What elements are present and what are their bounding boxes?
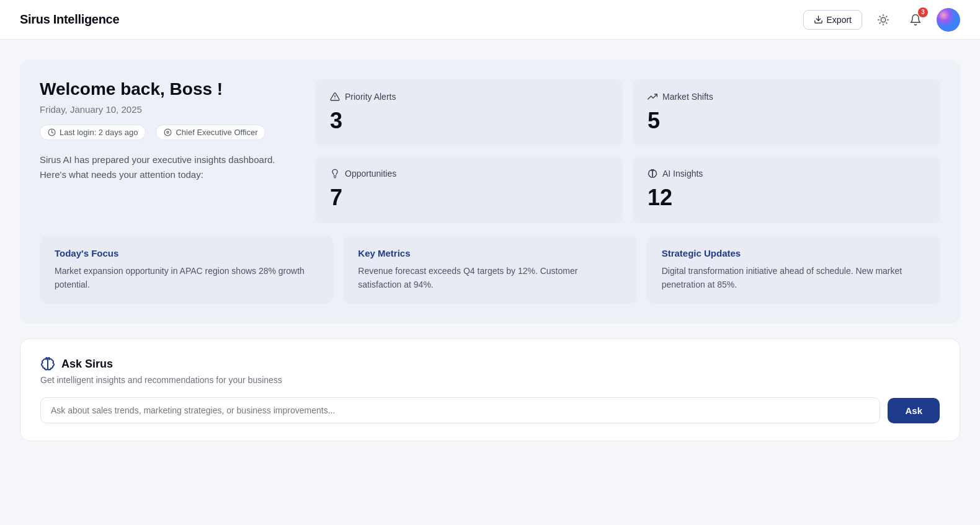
welcome-date: Friday, January 10, 2025: [40, 104, 300, 115]
notifications-button[interactable]: 3: [904, 9, 927, 31]
stat-header-market-shifts: Market Shifts: [648, 92, 925, 102]
svg-point-1: [881, 17, 886, 22]
brain-icon: [648, 169, 657, 179]
focus-title-key-metrics: Key Metrics: [358, 248, 621, 258]
stats-grid: Priority Alerts 3 Market Shifts: [315, 79, 940, 223]
focus-card-strategic-updates: Strategic Updates Digital transformation…: [647, 236, 940, 304]
svg-point-12: [165, 129, 172, 136]
ask-sirus-title: Ask Sirus: [61, 358, 113, 371]
svg-point-10: [937, 8, 960, 32]
welcome-meta: Last login: 2 days ago Chief Executive O…: [40, 125, 300, 140]
sun-icon: [878, 14, 889, 25]
ask-sirus-input[interactable]: [40, 397, 880, 423]
lightbulb-icon: [330, 169, 340, 179]
export-button[interactable]: Export: [803, 10, 862, 30]
stat-label-opportunities: Opportunities: [345, 169, 396, 179]
focus-desc-key-metrics: Revenue forecast exceeds Q4 targets by 1…: [358, 265, 621, 291]
stat-label-priority-alerts: Priority Alerts: [345, 92, 396, 102]
stat-card-priority-alerts[interactable]: Priority Alerts 3: [315, 79, 623, 146]
notification-badge: 3: [918, 7, 928, 17]
svg-line-8: [880, 22, 880, 23]
stat-label-market-shifts: Market Shifts: [662, 92, 713, 102]
focus-desc-strategic-updates: Digital transformation initiative ahead …: [662, 265, 925, 291]
welcome-description: Sirus AI has prepared your executive ins…: [40, 152, 300, 182]
trending-up-icon: [648, 92, 657, 102]
stat-value-priority-alerts: 3: [330, 108, 608, 134]
stat-value-opportunities: 7: [330, 185, 608, 211]
svg-line-9: [886, 16, 887, 17]
logo: Sirus Intelligence: [20, 12, 119, 27]
focus-card-todays-focus: Today's Focus Market expansion opportuni…: [40, 236, 333, 304]
target-icon: [164, 128, 172, 136]
header: Sirus Intelligence Export: [0, 0, 980, 40]
stat-header-priority-alerts: Priority Alerts: [330, 92, 608, 102]
svg-line-4: [880, 16, 880, 17]
stat-header-opportunities: Opportunities: [330, 169, 608, 179]
stat-value-market-shifts: 5: [648, 108, 925, 134]
ask-sirus-header: Ask Sirus: [40, 356, 940, 371]
welcome-card: Welcome back, Boss ! Friday, January 10,…: [20, 60, 960, 324]
welcome-left: Welcome back, Boss ! Friday, January 10,…: [40, 79, 300, 182]
ask-sirus-button[interactable]: Ask: [888, 398, 940, 423]
focus-desc-todays-focus: Market expansion opportunity in APAC reg…: [55, 265, 318, 291]
stat-card-market-shifts[interactable]: Market Shifts 5: [633, 79, 940, 146]
avatar-image: [937, 8, 960, 32]
welcome-title: Welcome back, Boss !: [40, 79, 300, 99]
ask-sirus-input-row: Ask: [40, 397, 940, 423]
stat-card-opportunities[interactable]: Opportunities 7: [315, 156, 623, 223]
focus-card-key-metrics: Key Metrics Revenue forecast exceeds Q4 …: [343, 236, 636, 304]
clock-icon: [48, 128, 56, 136]
header-actions: Export 3: [803, 8, 960, 32]
focus-title-strategic-updates: Strategic Updates: [662, 248, 925, 258]
ask-sirus-subtitle: Get intelligent insights and recommendat…: [40, 375, 940, 385]
focus-row: Today's Focus Market expansion opportuni…: [40, 236, 940, 304]
focus-title-todays-focus: Today's Focus: [55, 248, 318, 258]
svg-point-13: [167, 131, 169, 133]
stat-header-ai-insights: AI Insights: [648, 169, 925, 179]
role-badge: Chief Executive Officer: [156, 125, 265, 140]
ask-sirus-card: Ask Sirus Get intelligent insights and r…: [20, 338, 960, 441]
svg-line-5: [886, 22, 887, 23]
stat-card-ai-insights[interactable]: AI Insights 12: [633, 156, 940, 223]
theme-toggle-button[interactable]: [872, 9, 894, 31]
last-login-badge: Last login: 2 days ago: [40, 125, 146, 140]
download-icon: [814, 15, 823, 24]
main-content: Welcome back, Boss ! Friday, January 10,…: [0, 40, 980, 456]
stat-value-ai-insights: 12: [648, 185, 925, 211]
triangle-alert-icon: [330, 92, 340, 102]
stat-label-ai-insights: AI Insights: [662, 169, 703, 179]
ask-brain-icon: [40, 356, 55, 371]
avatar[interactable]: [937, 8, 960, 32]
